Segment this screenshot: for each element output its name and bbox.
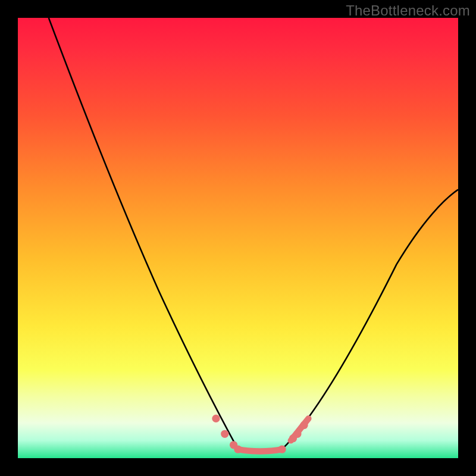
marker-dot	[278, 446, 286, 453]
marker-dot	[221, 430, 228, 438]
watermark-text: TheBottleneck.com	[346, 2, 470, 19]
curve-left-branch	[49, 18, 238, 449]
marker-segment-valley	[238, 449, 282, 451]
chart-frame: TheBottleneck.com	[0, 0, 476, 476]
marker-dot	[212, 415, 220, 422]
marker-dot	[234, 446, 242, 453]
plot-area	[18, 18, 458, 458]
curve-layer	[18, 18, 458, 458]
marker-dot	[300, 421, 308, 429]
marker-dot	[293, 430, 301, 438]
curve-right-branch	[282, 190, 458, 450]
